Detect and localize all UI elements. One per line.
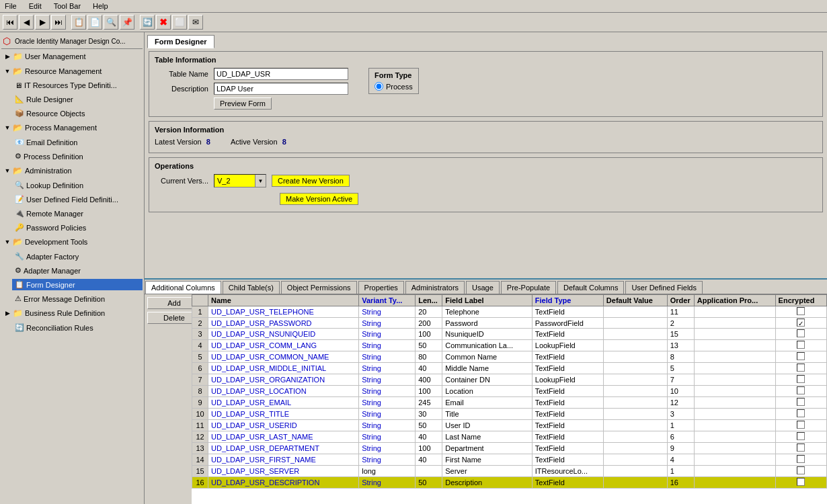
table-row[interactable]: 12UD_LDAP_USR_LAST_NAMEString40Last Name… [192,431,827,443]
menu-toolbar[interactable]: Tool Bar [52,1,83,11]
sidebar-item-biz-rule[interactable]: ▶ 📁 Business Rule Definition [1,306,143,321]
toolbar-pin-btn[interactable]: 📌 [120,15,134,30]
encrypted-checkbox[interactable] [797,307,805,315]
sidebar-item-error-msg[interactable]: ⚠ Error Message Definition [1,292,143,306]
cell-name[interactable]: UD_LDAP_USR_COMM_LANG [208,340,359,351]
cell-encrypted[interactable] [775,363,826,374]
description-input[interactable] [214,83,348,95]
sidebar-item-resource-objects[interactable]: 📦 Resource Objects [1,106,143,120]
cell-encrypted[interactable] [775,409,826,420]
cell-name[interactable]: UD_LDAP_USR_COMMON_NAME [208,351,359,363]
table-row[interactable]: 8UD_LDAP_USR_LOCATIONString100LocationTe… [192,386,827,397]
cell-name[interactable]: UD_LDAP_USR_FIRST_NAME [208,454,359,466]
cell-encrypted[interactable] [775,466,826,477]
toolbar-next-btn[interactable]: ▶ [35,15,50,30]
tab-default-columns[interactable]: Default Columns [557,281,624,294]
sidebar-item-process-def[interactable]: ⚙ Process Definition [1,149,143,163]
table-row[interactable]: 4UD_LDAP_USR_COMM_LANGString50Communicat… [192,340,827,351]
cell-encrypted[interactable] [775,477,826,489]
col-field-label[interactable]: Field Label [442,295,533,306]
tab-child-tables[interactable]: Child Table(s) [223,281,280,294]
encrypted-checkbox[interactable] [797,341,805,349]
encrypted-checkbox[interactable] [797,444,805,452]
sidebar-item-form-designer[interactable]: 📋 Form Designer [1,278,143,292]
encrypted-checkbox[interactable] [797,409,805,417]
table-row[interactable]: 2UD_LDAP_USR_PASSWORDString200PasswordPa… [192,318,827,329]
encrypted-checkbox[interactable] [797,421,805,429]
cell-name[interactable]: UD_LDAP_USR_LOCATION [208,386,359,397]
encrypted-checkbox[interactable] [797,319,805,327]
toolbar-prev-btn[interactable]: ◀ [19,15,34,30]
encrypted-checkbox[interactable] [797,478,805,486]
tab-user-defined-fields[interactable]: User Defined Fields [625,281,703,294]
sidebar-item-user-field-def[interactable]: 📝 User Defined Field Definiti... [1,192,143,206]
cell-encrypted[interactable] [775,420,826,431]
col-encrypted[interactable]: Encrypted [775,295,826,306]
cell-encrypted[interactable] [775,329,826,340]
toolbar-mail-btn[interactable]: ✉ [188,15,203,30]
sidebar-item-email-def[interactable]: 📧 Email Definition [1,135,143,149]
version-select[interactable]: V_2 ▼ [214,174,266,187]
tab-usage[interactable]: Usage [466,281,500,294]
table-row[interactable]: 10UD_LDAP_USR_TITLEString30TitleTextFiel… [192,409,827,420]
menu-edit[interactable]: Edit [27,1,44,11]
table-row[interactable]: 6UD_LDAP_USR_MIDDLE_INITIALString40Middl… [192,363,827,374]
cell-name[interactable]: UD_LDAP_USR_MIDDLE_INITIAL [208,363,359,374]
cell-name[interactable]: UD_LDAP_USR_TELEPHONE [208,306,359,318]
tab-additional-cols[interactable]: Additional Columns [145,281,221,294]
table-row[interactable]: 15UD_LDAP_USR_SERVERlongServerITResource… [192,466,827,477]
toolbar-last-btn[interactable]: ⏭ [51,15,66,30]
cell-name[interactable]: UD_LDAP_USR_LAST_NAME [208,431,359,443]
tab-properties[interactable]: Properties [358,281,404,294]
encrypted-checkbox[interactable] [797,386,805,394]
toolbar-first-btn[interactable]: ⏮ [3,15,17,30]
sidebar-item-dev-tools[interactable]: ▼ 📂 Development Tools [1,235,143,249]
cell-encrypted[interactable] [775,340,826,351]
cell-name[interactable]: UD_LDAP_USR_DESCRIPTION [208,477,359,489]
col-length[interactable]: Len... [416,295,442,306]
encrypted-checkbox[interactable] [797,352,805,360]
toolbar-new-btn[interactable]: 📄 [87,15,102,30]
tab-administrators[interactable]: Administrators [405,281,465,294]
encrypted-checkbox[interactable] [797,398,805,406]
cell-name[interactable]: UD_LDAP_USR_EMAIL [208,397,359,409]
table-row[interactable]: 13UD_LDAP_USR_DEPARTMENTString100Departm… [192,443,827,454]
cell-name[interactable]: UD_LDAP_USR_PASSWORD [208,318,359,329]
make-active-btn[interactable]: Make Version Active [280,193,358,205]
table-scroll-area[interactable]: Name Variant Ty... Len... Field Label Fi… [192,294,827,504]
sidebar-item-administration[interactable]: ▼ 📂 Administration [1,163,143,178]
encrypted-checkbox[interactable] [797,466,805,474]
table-name-input[interactable] [214,68,348,80]
col-field-type[interactable]: Field Type [532,295,603,306]
cell-name[interactable]: UD_LDAP_USR_NSUNIQUEID [208,329,359,340]
cell-encrypted[interactable] [775,431,826,443]
table-row[interactable]: 16UD_LDAP_USR_DESCRIPTIONString50Descrip… [192,477,827,489]
toolbar-delete-btn[interactable]: ✖ [156,15,171,30]
sidebar-item-it-resources[interactable]: 🖥 IT Resources Type Definiti... [1,79,143,92]
toolbar-find-btn[interactable]: 🔍 [104,15,118,30]
sidebar-item-user-management[interactable]: ▶ 📁 User Management [1,49,143,64]
cell-encrypted[interactable] [775,454,826,466]
table-row[interactable]: 11UD_LDAP_USR_USERIDString50User IDTextF… [192,420,827,431]
sidebar-item-lookup-def[interactable]: 🔍 Lookup Definition [1,178,143,192]
sidebar-item-process-management[interactable]: ▼ 📂 Process Management [1,120,143,135]
table-row[interactable]: 1UD_LDAP_USR_TELEPHONEString20TelephoneT… [192,306,827,318]
sidebar-item-adapter-factory[interactable]: 🔧 Adapter Factory [1,249,143,263]
cell-encrypted[interactable] [775,374,826,386]
col-variant-type[interactable]: Variant Ty... [359,295,416,306]
encrypted-checkbox[interactable] [797,432,805,440]
table-row[interactable]: 9UD_LDAP_USR_EMAILString245EmailTextFiel… [192,397,827,409]
encrypted-checkbox[interactable] [797,329,805,337]
col-name[interactable]: Name [208,295,359,306]
table-row[interactable]: 3UD_LDAP_USR_NSUNIQUEIDString100Nsunique… [192,329,827,340]
encrypted-checkbox[interactable] [797,364,805,372]
encrypted-checkbox[interactable] [797,375,805,383]
version-dropdown-arrow[interactable]: ▼ [255,175,266,187]
cell-encrypted[interactable] [775,386,826,397]
sidebar-item-remote-mgr[interactable]: 🔌 Remote Manager [1,206,143,220]
sidebar-item-reconciliation[interactable]: 🔄 Reconciliation Rules [1,321,143,335]
col-app-pro[interactable]: Application Pro... [694,295,775,306]
toolbar-refresh-btn[interactable]: 🔄 [140,15,155,30]
cell-name[interactable]: UD_LDAP_USR_DEPARTMENT [208,443,359,454]
table-row[interactable]: 5UD_LDAP_USR_COMMON_NAMEString80Common N… [192,351,827,363]
